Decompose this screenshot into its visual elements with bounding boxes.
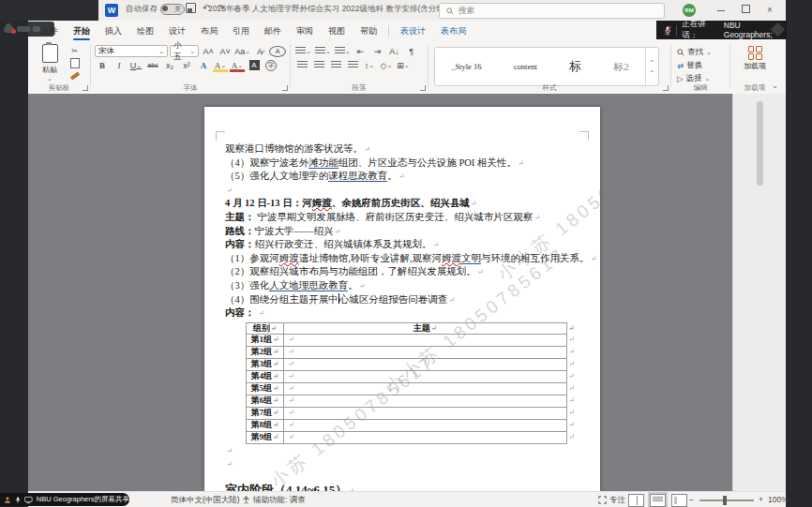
group-cell[interactable]: 第5组↵ [247,382,284,395]
align-left-icon[interactable] [294,59,309,71]
theme-cell[interactable]: ↵ [284,419,567,431]
tab-insert[interactable]: 插入 [98,21,129,41]
addins-button[interactable]: 加载项 [740,46,770,70]
table-row[interactable]: 第7组↵↵↵ [247,407,576,419]
theme-cell[interactable]: ↵ [284,370,567,382]
tab-home[interactable]: 开始 [66,21,98,41]
paste-dropdown-icon[interactable]: ⌄ [47,75,53,82]
sort-icon[interactable]: A↓ [387,45,402,57]
accessibility-status[interactable]: 辅助功能: 调查 [242,492,306,507]
style-item-1[interactable]: _Style 16 [451,62,481,71]
superscript-icon[interactable]: x² [179,59,194,71]
autosave-toggle[interactable]: 关 [160,4,185,15]
document-canvas[interactable]: 小小苏 18050785617 小小苏 18050785617 小小苏 1805… [28,94,786,491]
vertical-scrollbar[interactable] [732,94,786,491]
word-app-icon[interactable]: W [105,4,118,17]
style-item-2[interactable]: content [514,62,537,71]
group-cell[interactable]: 第1组↵ [247,334,284,346]
document-body[interactable]: 观察港口博物馆的游客状况等。↵（4）观察宁波老外滩功能组团、片区业态与公共设施 … [225,142,579,491]
tab-draw[interactable]: 绘图 [129,21,161,41]
styles-gallery-scroll[interactable]: ⌃⌄ [645,48,658,85]
tab-mailings[interactable]: 邮件 [257,21,289,41]
search-input[interactable]: 搜索 [439,3,665,19]
font-name-combo[interactable]: 宋体⌄ [95,45,168,57]
replace-button[interactable]: ⇄ 替换 [677,59,724,71]
tab-review[interactable]: 审阅 [289,21,321,41]
decrease-indent-icon[interactable]: ⇤ [353,45,368,57]
font-dialog-launcher[interactable] [282,85,288,91]
enclose-characters-icon[interactable]: 字 [263,59,278,71]
strikethrough-icon[interactable]: abc [145,59,160,71]
text-effects-icon[interactable]: A [196,59,211,71]
close-button[interactable]: × [758,0,782,21]
doc-line[interactable]: （4）围绕分组主题开展中心城区分组报告问卷调查↵ [225,293,579,307]
tab-help[interactable]: 帮助 [353,21,384,41]
doc-line[interactable]: 主题： 宁波早期文明发展脉络、府前街区历史变迁、绍兴城市片区观察↵ [225,211,579,225]
format-painter-icon[interactable] [68,70,81,81]
theme-cell[interactable]: ↵ [284,334,567,346]
highlight-color-icon[interactable]: A⌄ [213,59,228,71]
scrollbar-thumb[interactable] [757,101,763,186]
align-center-icon[interactable] [311,59,326,71]
doc-line[interactable]: ↵ [225,184,579,198]
line-spacing-icon[interactable]: ↕⌄ [362,59,377,71]
tab-view[interactable]: 视图 [321,21,353,41]
theme-cell[interactable]: ↵ [284,407,567,419]
doc-line[interactable]: 观察港口博物馆的游客状况等。↵ [225,142,579,157]
theme-cell[interactable]: ↵ [284,358,567,370]
group-cell[interactable]: 第4组↵ [247,370,284,382]
minimize-button[interactable] [709,0,733,21]
language-status[interactable]: 简体中文(中国大陆) [171,492,240,507]
zoom-slider-thumb[interactable] [723,496,727,505]
doc-line[interactable]: （1）参观河姆渡遗址博物馆,聆听专业讲解,观察河姆渡文明与环境的相互作用关系。↵ [225,252,579,266]
subscript-icon[interactable]: x₂ [162,59,177,71]
numbering-icon[interactable]: ⌄ [314,45,332,57]
increase-indent-icon[interactable]: ⇥ [370,45,385,57]
doc-line[interactable]: （4）观察宁波老外滩功能组团、片区业态与公共设施 POI 相关性。↵ [225,157,579,171]
zoom-out-button[interactable]: − [689,492,694,507]
italic-icon[interactable]: I [112,59,127,71]
table-row[interactable]: 第2组↵↵↵ [247,346,576,358]
shrink-font-icon[interactable]: A˅ [218,45,233,57]
screen-share-overlay[interactable]: NBU Geographers的屏幕共享 [0,493,129,506]
justify-icon[interactable] [345,59,360,71]
font-size-combo[interactable]: 小五⌄ [170,45,199,57]
styles-dialog-launcher[interactable] [663,85,669,91]
theme-cell[interactable]: ↵ [284,431,567,443]
show-marks-icon[interactable]: ¶ [404,45,419,57]
document-page[interactable]: 小小苏 18050785617 小小苏 18050785617 小小苏 1805… [204,107,600,491]
table-row[interactable]: 第1组↵↵↵ [247,334,576,346]
autosave-control[interactable]: 自动保存 关 [126,4,185,15]
zoom-slider[interactable] [699,500,754,501]
read-mode-button[interactable] [628,494,644,507]
doc-line[interactable]: 内容：绍兴行政变迁、绍兴城镇体系及其规划。↵ [225,238,579,252]
table-row[interactable]: 第3组↵↵↵ [247,358,576,370]
character-shading-icon[interactable]: A [247,59,262,71]
cut-icon[interactable]: ✂ [68,46,81,56]
table-row[interactable]: 第6组↵↵↵ [247,395,576,407]
style-item-4[interactable]: 标2 [613,60,629,74]
tab-design[interactable]: 设计 [161,21,193,41]
table-row[interactable]: 第9组↵↵↵ [247,431,576,443]
doc-line[interactable]: ↵ [225,444,579,458]
style-item-3[interactable]: 标 [569,58,581,75]
collapse-ribbon-icon[interactable]: ⌄ [772,82,778,90]
bullets-icon[interactable]: ⌄ [294,45,312,57]
copy-icon[interactable] [68,58,81,68]
table-row[interactable]: 第5组↵↵↵ [247,382,576,395]
group-cell[interactable]: 第3组↵ [247,358,284,370]
group-theme-table[interactable]: 组别↵主题↵↵第1组↵↵↵第2组↵↵↵第3组↵↵↵第4组↵↵↵第5组↵↵↵第6组… [246,322,576,444]
group-cell[interactable]: 第6组↵ [247,395,284,407]
align-right-icon[interactable] [328,59,343,71]
table-row[interactable]: 第8组↵↵↵ [247,419,576,431]
multilevel-list-icon[interactable]: ⌄ [334,45,352,57]
grow-font-icon[interactable]: A˄ [201,45,216,57]
paste-button[interactable]: 粘贴 ⌄ [34,44,66,82]
shading-icon[interactable]: ◇⌄ [379,59,394,71]
doc-line[interactable]: 4 月 12 日-13 日：河姆渡、余姚府前历史街区、绍兴县城↵ [225,197,579,211]
restore-button[interactable] [733,0,758,21]
focus-mode-button[interactable]: 专注 [598,492,625,507]
theme-cell[interactable]: ↵ [284,395,567,407]
print-layout-button[interactable] [650,494,666,507]
tab-references[interactable]: 引用 [225,21,257,41]
